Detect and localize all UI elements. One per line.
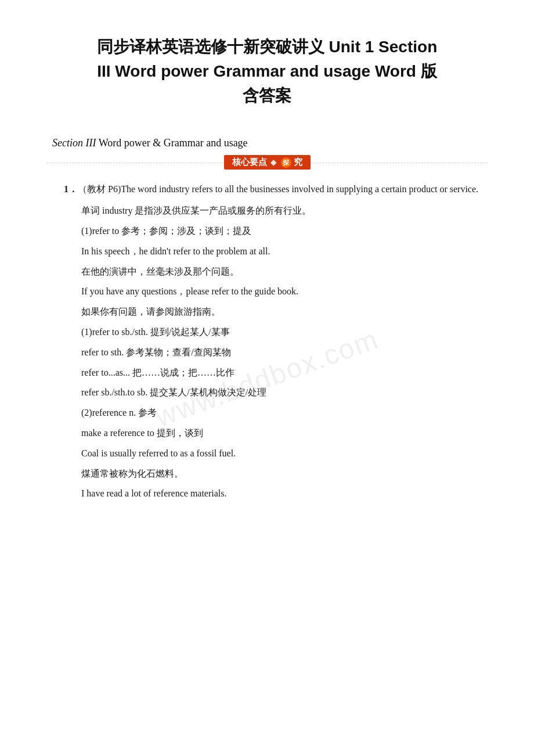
line-11: (2)reference n. 参考	[81, 405, 488, 422]
line-8: refer to sth. 参考某物；查看/查阅某物	[81, 344, 488, 361]
content-area: 1．（教材 P6)The word industry refers to all…	[46, 181, 488, 502]
section-num: Section III	[52, 137, 96, 149]
explore-label: 究	[294, 157, 302, 168]
core-label: 核心要点	[232, 157, 267, 168]
question-number-1: 1．	[64, 184, 78, 194]
line-2: (1)refer to 参考；参阅；涉及；谈到；提及	[81, 223, 488, 240]
line-6: 如果你有问题，请参阅旅游指南。	[81, 304, 488, 321]
question-item-1: 1．（教材 P6)The word industry refers to all…	[46, 181, 488, 502]
line-4: 在他的演讲中，丝毫未涉及那个问题。	[81, 264, 488, 280]
banner-diamond: ◆	[270, 158, 276, 167]
line-5: If you have any questions，please refer t…	[81, 283, 488, 300]
banner-line-right	[311, 163, 488, 163]
line-14: 煤通常被称为化石燃料。	[81, 466, 488, 483]
section-header: Section III Word power & Grammar and usa…	[52, 137, 488, 149]
line-10: refer sb./sth.to sb. 提交某人/某机构做决定/处理	[81, 384, 488, 401]
question-lead-text-1: （教材 P6)The word industry refers to all t…	[78, 184, 478, 194]
page-title: 同步译林英语选修十新突破讲义 Unit 1 Section III Word p…	[46, 35, 488, 108]
core-banner-text: 核心要点 ◆ 探 究	[224, 155, 311, 170]
banner-line-left	[46, 163, 224, 163]
line-1: 单词 industry 是指涉及供应某一产品或服务的所有行业。	[81, 203, 488, 219]
line-3: In his speech，he didn't refer to the pro…	[81, 243, 488, 260]
line-15: I have read a lot of reference materials…	[81, 485, 488, 502]
line-7: (1)refer to sb./sth. 提到/说起某人/某事	[81, 324, 488, 341]
question-lead-1: 1．（教材 P6)The word industry refers to all…	[64, 181, 488, 197]
line-9: refer to...as... 把……说成；把……比作	[81, 365, 488, 381]
line-12: make a reference to 提到，谈到	[81, 425, 488, 442]
core-banner: 核心要点 ◆ 探 究	[46, 155, 488, 170]
line-13: Coal is usually referred to as a fossil …	[81, 445, 488, 462]
explore-icon: 探	[281, 157, 291, 168]
